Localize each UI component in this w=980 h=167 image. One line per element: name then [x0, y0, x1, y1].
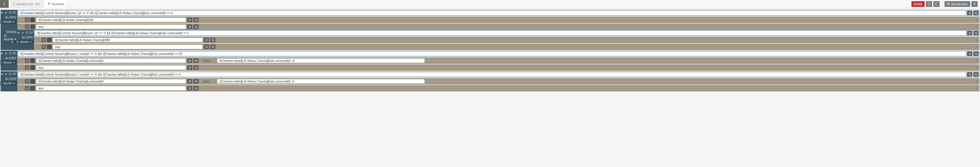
expression-helper-button[interactable]: [967, 52, 972, 56]
enabled-toggle[interactable]: ✓: [25, 17, 29, 22]
eye-icon[interactable]: [0, 72, 3, 76]
eye-icon[interactable]: [17, 31, 20, 34]
tab-scenario[interactable]: Scénario: [44, 0, 68, 8]
add-block-button[interactable]: Ajouter bloc: [945, 1, 970, 7]
redo-button[interactable]: [933, 1, 940, 7]
enabled-toggle[interactable]: ✓: [25, 65, 29, 70]
refresh-icon[interactable]: [25, 31, 29, 34]
action-cmd-input[interactable]: [36, 17, 186, 22]
action-value-input[interactable]: [217, 79, 425, 84]
search-cmd-button[interactable]: [974, 72, 978, 77]
expression-helper-button[interactable]: [187, 24, 192, 29]
parallel-toggle[interactable]: [30, 17, 35, 22]
si-label: SI: [13, 72, 16, 76]
search-cmd-button[interactable]: [194, 58, 199, 63]
expression-helper-button[interactable]: [187, 65, 192, 70]
delete-action-button[interactable]: ✕: [974, 38, 978, 42]
search-cmd-button[interactable]: [974, 52, 978, 56]
back-button[interactable]: [0, 0, 9, 8]
refresh-icon[interactable]: [9, 52, 12, 55]
parallel-toggle[interactable]: [30, 58, 35, 63]
search-cmd-button[interactable]: [194, 86, 199, 91]
enabled-toggle[interactable]: ✓: [25, 58, 29, 63]
parallel-toggle[interactable]: [47, 44, 52, 49]
expression-helper-button[interactable]: [187, 86, 192, 91]
action-cmd-input[interactable]: [53, 38, 203, 42]
expression-helper-button[interactable]: [187, 17, 192, 22]
add-action-button[interactable]: Ajouter ▾: [0, 61, 16, 65]
delete-action-button[interactable]: ✕: [974, 79, 978, 84]
condition-input[interactable]: [18, 11, 966, 15]
search-cmd-button[interactable]: [194, 17, 199, 22]
search-cmd-button[interactable]: [194, 24, 199, 29]
check-icon[interactable]: [21, 31, 24, 34]
parallel-toggle[interactable]: [30, 79, 35, 84]
eye-icon[interactable]: [0, 11, 3, 14]
action-cmd-input[interactable]: [36, 79, 186, 84]
action-cmd-input[interactable]: [36, 86, 186, 91]
check-icon[interactable]: [4, 52, 8, 55]
list-icon: [188, 66, 191, 69]
condition-input[interactable]: [35, 31, 966, 35]
search-cmd-button[interactable]: [974, 11, 978, 15]
chevron-down-icon[interactable]: [12, 40, 13, 43]
search-cmd-button[interactable]: [210, 44, 215, 49]
parallel-toggle[interactable]: [30, 65, 35, 70]
drag-handle-icon[interactable]: [37, 38, 40, 42]
enabled-toggle[interactable]: ✓: [25, 79, 29, 84]
drag-handle-icon[interactable]: [20, 58, 23, 63]
action-cmd-input[interactable]: [36, 65, 186, 70]
drag-handle-icon[interactable]: [20, 79, 23, 84]
condition-input[interactable]: [18, 52, 966, 56]
parallel-toggle[interactable]: [47, 38, 52, 42]
parallel-toggle[interactable]: [30, 86, 35, 91]
action-value-input[interactable]: [217, 58, 425, 63]
search-cmd-button[interactable]: [194, 79, 199, 84]
delete-action-button[interactable]: ✕: [974, 17, 978, 22]
add-action-button[interactable]: Ajouter ▾: [0, 81, 16, 85]
check-icon[interactable]: [4, 11, 8, 14]
svg-point-20: [975, 74, 977, 75]
search-cmd-button[interactable]: [194, 65, 199, 70]
delete-action-button[interactable]: ✕: [974, 24, 978, 29]
delete-action-button[interactable]: ✕: [974, 44, 978, 49]
search-cmd-button[interactable]: [210, 38, 215, 42]
tab-general[interactable]: Général (ID : 61): [9, 0, 44, 8]
status-button[interactable]: Arrêté: [912, 1, 924, 7]
undo-button[interactable]: [926, 1, 932, 7]
delete-action-button[interactable]: ✕: [974, 65, 978, 70]
drag-handle-icon[interactable]: [20, 18, 23, 22]
expression-helper-button[interactable]: [967, 72, 972, 77]
drag-handle-icon[interactable]: [20, 25, 23, 29]
refresh-icon[interactable]: [9, 11, 12, 14]
expression-helper-button[interactable]: [187, 79, 192, 84]
expression-helper-button[interactable]: [204, 44, 209, 49]
drag-handle-icon[interactable]: [20, 86, 23, 90]
condition-input[interactable]: [18, 72, 966, 77]
parallel-toggle[interactable]: [30, 24, 35, 29]
action-cmd-input[interactable]: [53, 44, 203, 49]
enabled-toggle[interactable]: ✓: [41, 44, 46, 49]
enabled-toggle[interactable]: ✓: [41, 38, 46, 42]
expression-helper-button[interactable]: [204, 38, 209, 42]
search-cmd-button[interactable]: [974, 31, 978, 35]
action-cmd-input[interactable]: [36, 24, 186, 29]
delete-action-button[interactable]: ✕: [974, 58, 978, 63]
enabled-toggle[interactable]: ✓: [25, 24, 29, 29]
expression-helper-button[interactable]: [967, 11, 972, 15]
check-icon[interactable]: [4, 72, 8, 76]
enabled-toggle[interactable]: ✓: [25, 86, 29, 91]
list-icon: [188, 80, 191, 83]
add-action-button[interactable]: Ajouter ▾: [0, 20, 16, 24]
expression-helper-button[interactable]: [187, 58, 192, 63]
action-cmd-input[interactable]: [36, 58, 186, 63]
template-button[interactable]: [971, 1, 978, 7]
drag-handle-icon[interactable]: [20, 66, 23, 69]
add-action-button[interactable]: Ajouter ▾: [14, 40, 33, 44]
drag-handle-icon[interactable]: [11, 30, 14, 35]
eye-icon[interactable]: [0, 52, 3, 55]
drag-handle-icon[interactable]: [37, 45, 40, 49]
delete-action-button[interactable]: ✕: [974, 86, 978, 91]
refresh-icon[interactable]: [9, 72, 12, 76]
expression-helper-button[interactable]: [967, 31, 972, 35]
